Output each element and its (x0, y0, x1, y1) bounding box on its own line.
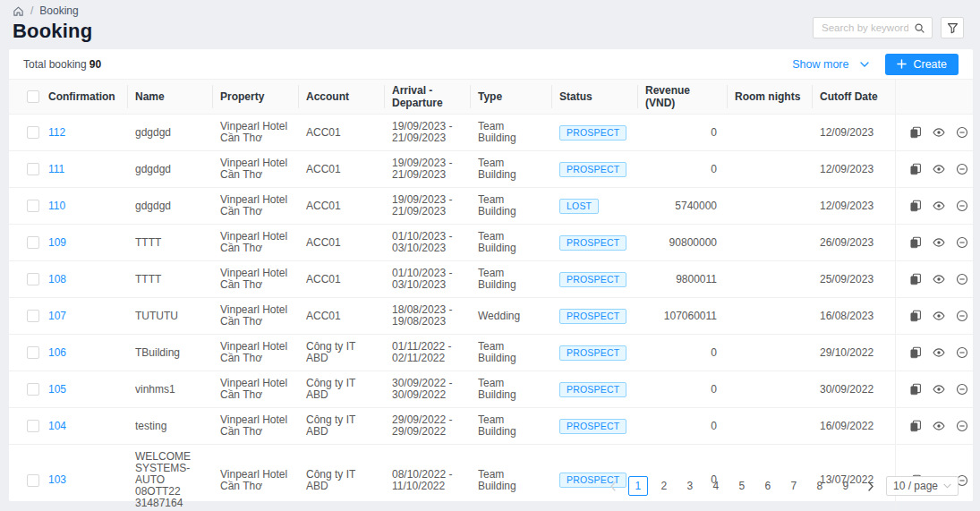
booking-arrival-departure: 01/10/2023 - 03/10/2023 (385, 261, 471, 298)
next-page-button[interactable] (862, 476, 880, 496)
page-button-5[interactable]: 5 (732, 476, 752, 496)
booking-property: Vinpearl Hotel Cần Thơ (213, 371, 299, 408)
booking-room-nights (728, 225, 813, 261)
table-row: 109 TTTT Vinpearl Hotel Cần Thơ ACC01 01… (9, 225, 973, 261)
page-button-4[interactable]: 4 (706, 476, 726, 496)
copy-icon[interactable] (909, 163, 922, 175)
minus-circle-icon[interactable] (956, 310, 968, 322)
confirmation-link[interactable]: 103 (48, 473, 66, 486)
row-checkbox[interactable] (27, 236, 39, 249)
row-checkbox[interactable] (27, 474, 39, 487)
page-button-6[interactable]: 6 (758, 476, 778, 496)
booking-cutoff-date: 29/10/2022 (813, 335, 895, 371)
confirmation-link[interactable]: 110 (48, 200, 65, 212)
confirmation-link[interactable]: 104 (48, 420, 66, 432)
booking-cutoff-date: 16/08/2023 (813, 298, 895, 335)
eye-icon[interactable] (933, 346, 945, 359)
status-badge: PROSPECT (559, 382, 626, 397)
copy-icon[interactable] (909, 310, 922, 322)
page-button-7[interactable]: 7 (784, 476, 804, 496)
confirmation-link[interactable]: 111 (48, 163, 64, 175)
booking-type: Team Building (471, 371, 552, 408)
pagination: 123456789 10 / page (604, 476, 959, 496)
minus-circle-icon[interactable] (956, 236, 968, 249)
confirmation-link[interactable]: 106 (48, 346, 66, 359)
eye-icon[interactable] (933, 200, 945, 212)
prev-page-button[interactable] (604, 476, 622, 496)
booking-room-nights (728, 261, 813, 298)
booking-revenue: 5740000 (638, 188, 728, 225)
column-header-revenue: Revenue (VND) (638, 80, 728, 115)
page-size-select[interactable]: 10 / page (886, 476, 959, 496)
confirmation-link[interactable]: 105 (48, 383, 66, 396)
booking-name: TUTUTU (128, 298, 213, 335)
minus-circle-icon[interactable] (956, 383, 968, 396)
row-checkbox[interactable] (27, 346, 39, 359)
show-more-link[interactable]: Show more (792, 58, 869, 71)
copy-icon[interactable] (909, 273, 922, 285)
copy-icon[interactable] (909, 346, 922, 359)
eye-icon[interactable] (933, 236, 945, 249)
search-icon[interactable] (914, 22, 925, 34)
booking-account: ACC01 (299, 115, 385, 151)
page-button-2[interactable]: 2 (654, 476, 674, 496)
confirmation-link[interactable]: 112 (48, 126, 65, 139)
copy-icon[interactable] (909, 383, 922, 396)
minus-circle-icon[interactable] (956, 200, 968, 212)
page-button-3[interactable]: 3 (680, 476, 700, 496)
booking-arrival-departure: 08/10/2022 - 11/10/2022 (385, 445, 471, 511)
booking-arrival-departure: 29/09/2022 - 29/09/2022 (385, 408, 471, 445)
eye-icon[interactable] (933, 383, 945, 396)
eye-icon[interactable] (933, 163, 945, 175)
booking-revenue: 0 (638, 335, 728, 371)
minus-circle-icon[interactable] (956, 126, 968, 139)
booking-name: vinhms1 (128, 371, 213, 408)
eye-icon[interactable] (933, 273, 945, 285)
column-header-cutoff-date: Cutoff Date (813, 80, 895, 115)
row-checkbox[interactable] (27, 200, 39, 212)
confirmation-link[interactable]: 109 (48, 236, 66, 249)
row-checkbox[interactable] (27, 126, 39, 139)
booking-property: Vinpearl Hotel Cần Thơ (213, 151, 299, 188)
search-input[interactable] (820, 21, 910, 34)
eye-icon[interactable] (933, 310, 945, 322)
minus-circle-icon[interactable] (956, 420, 968, 432)
table-header-row: Confirmation Name Property Account Arriv… (9, 80, 973, 115)
eye-icon[interactable] (933, 420, 945, 432)
page-button-1[interactable]: 1 (628, 476, 648, 496)
copy-icon[interactable] (909, 200, 922, 212)
row-checkbox[interactable] (27, 163, 39, 175)
row-checkbox[interactable] (27, 310, 39, 322)
minus-circle-icon[interactable] (956, 273, 968, 285)
minus-circle-icon[interactable] (956, 163, 968, 175)
home-icon[interactable] (13, 5, 24, 17)
booking-revenue: 9800011 (638, 261, 728, 298)
filter-button[interactable] (941, 17, 964, 38)
create-button[interactable]: Create (885, 54, 959, 75)
page-button-8[interactable]: 8 (810, 476, 830, 496)
select-all-checkbox[interactable] (27, 90, 39, 103)
booking-account: ACC01 (299, 225, 385, 261)
total-booking-count: 90 (89, 58, 101, 71)
copy-icon[interactable] (909, 126, 922, 139)
minus-circle-icon[interactable] (956, 346, 968, 359)
booking-room-nights (728, 151, 813, 188)
booking-account: ACC01 (299, 151, 385, 188)
funnel-icon (947, 22, 959, 34)
row-checkbox[interactable] (27, 273, 39, 285)
page-button-9[interactable]: 9 (836, 476, 856, 496)
row-checkbox[interactable] (27, 420, 39, 432)
column-header-property: Property (213, 80, 299, 115)
eye-icon[interactable] (933, 126, 945, 139)
booking-arrival-departure: 18/08/2023 - 19/08/2023 (385, 298, 471, 335)
confirmation-link[interactable]: 107 (48, 310, 66, 322)
booking-room-nights (728, 371, 813, 408)
confirmation-link[interactable]: 108 (48, 273, 66, 285)
booking-type: Team Building (471, 335, 552, 371)
total-booking-label: Total booking (23, 58, 87, 71)
copy-icon[interactable] (909, 236, 922, 249)
booking-cutoff-date: 30/09/2022 (813, 371, 895, 408)
booking-account: ACC01 (299, 298, 385, 335)
row-checkbox[interactable] (27, 383, 39, 396)
copy-icon[interactable] (909, 420, 922, 432)
